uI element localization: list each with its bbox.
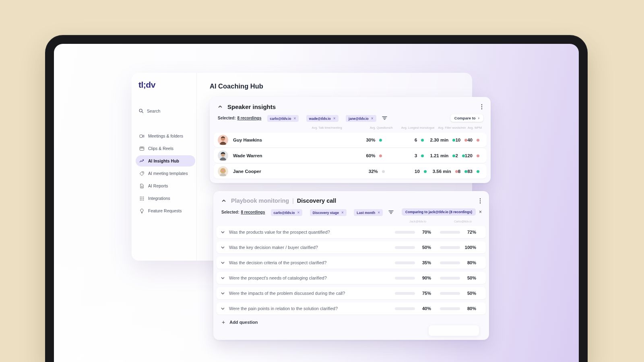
filter-lines-icon[interactable] xyxy=(382,116,387,120)
comparison-left: 90% xyxy=(395,276,434,280)
comparison-column-header: Carlo@tldv.io xyxy=(443,220,483,223)
status-dot xyxy=(424,170,427,173)
add-question-label: Add question xyxy=(229,320,258,325)
chip-close-icon[interactable]: × xyxy=(297,211,300,214)
progress-bar xyxy=(440,261,460,264)
add-question-button[interactable]: + Add question xyxy=(222,320,489,325)
question-row[interactable]: Was the products value for the prospect … xyxy=(217,226,486,238)
metric-monologue: 3.56 min xyxy=(427,169,458,174)
sidebar-item-ai-reports[interactable]: AI Reports xyxy=(136,180,195,191)
column-header: Avg. Filler words/min xyxy=(436,126,468,130)
question-text: Were the prospect's needs of cataloging … xyxy=(229,276,389,280)
status-dot xyxy=(455,170,458,173)
sidebar-item-label: Feature Requests xyxy=(148,208,182,213)
sidebar-item-label: Integrations xyxy=(148,196,170,201)
filter-chip-label: jane@tldv.io xyxy=(349,117,369,121)
table-row-jane-cooper[interactable]: Jane Cooper 32% 10 3.56 min 8 83 xyxy=(214,164,487,179)
search-button[interactable]: Search xyxy=(138,108,196,113)
filter-chip[interactable]: carlo@tldv.io × xyxy=(271,209,303,216)
sidebar-item-ai-meeting-templates[interactable]: AI meeting templates xyxy=(136,168,195,179)
sidebar-item-feature-requests[interactable]: Feature Requests xyxy=(136,205,195,216)
table-row-guy-hawkins[interactable]: Guy Hawkins 30% 6 2.30 min 10 40 xyxy=(214,133,487,147)
progress-bar xyxy=(440,277,460,280)
status-dot xyxy=(477,154,479,157)
selected-count-link[interactable]: 8 recordings xyxy=(241,210,265,214)
kebab-menu-icon[interactable] xyxy=(479,197,482,205)
sidebar-item-clips-reels[interactable]: Clips & Reels xyxy=(136,143,195,154)
question-text: Was the key decision maker / buyer clari… xyxy=(229,245,389,250)
progress-value: 35% xyxy=(415,260,431,265)
sidebar-item-meetings-folders[interactable]: Meetings & folders xyxy=(136,130,195,142)
sidebar-item-ai-insights-hub[interactable]: AI Insights Hub xyxy=(136,155,195,167)
progress-value: 50% xyxy=(460,276,476,280)
collapse-chevron-up-icon[interactable] xyxy=(221,198,226,203)
selected-count-link[interactable]: 8 recordings xyxy=(237,116,261,120)
chevron-down-icon[interactable] xyxy=(221,230,225,234)
question-row[interactable]: Were the impacts of the problem discusse… xyxy=(217,287,486,299)
question-text: Were the impacts of the problem discusse… xyxy=(229,291,389,296)
page-title: AI Coaching Hub xyxy=(210,82,263,90)
status-dot xyxy=(452,139,455,142)
speaker-table-rows: Guy Hawkins 30% 6 2.30 min 10 40 Wade Wa… xyxy=(214,133,487,179)
integrations-grid-icon xyxy=(139,196,144,201)
comparison-columns: Jack@tldv.io Carlo@tldv.io xyxy=(213,220,489,223)
chevron-down-icon[interactable] xyxy=(221,306,225,311)
metric-monologue: 1.21 min xyxy=(424,153,455,158)
question-row[interactable]: Was the decision criteria of the prospec… xyxy=(217,257,486,269)
compare-to-label: Compare to xyxy=(454,116,476,120)
progress-bar xyxy=(395,277,415,280)
question-rows: Was the products value for the prospect … xyxy=(217,226,486,315)
filter-chip-label: Discovery stage xyxy=(313,211,339,215)
comparing-to-chip[interactable]: Comparing to jack@tldv.io (8 recordings) xyxy=(402,208,476,216)
table-row-wade-warren[interactable]: Wade Warren 60% 3 1.21 min 2 120 xyxy=(214,148,487,163)
question-row[interactable]: Were the prospect's needs of cataloging … xyxy=(217,272,486,284)
filter-chip[interactable]: jane@tldv.io × xyxy=(346,115,376,122)
progress-value: 100% xyxy=(460,245,476,250)
chip-close-icon[interactable]: × xyxy=(341,211,344,214)
question-row[interactable]: Were the pain points in relation to the … xyxy=(217,302,486,315)
chip-close-icon[interactable]: × xyxy=(294,117,296,120)
filter-chip[interactable]: carlo@tldv.io × xyxy=(267,115,299,122)
metric-talk-time: 30% xyxy=(331,138,382,142)
status-dot xyxy=(379,139,382,142)
question-row[interactable]: Was the key decision maker / buyer clari… xyxy=(217,241,486,253)
progress-bar xyxy=(395,261,415,264)
comparing-close-icon[interactable]: × xyxy=(479,209,482,215)
comparison-column-header: Jack@tldv.io xyxy=(398,220,438,223)
plus-icon: + xyxy=(222,320,225,325)
metric-wpm: 120 xyxy=(465,153,479,158)
status-dot xyxy=(477,170,479,173)
column-header: Avg. Longest monologue xyxy=(394,126,436,130)
chip-close-icon[interactable]: × xyxy=(378,211,380,214)
metric-filler-words: 10 xyxy=(455,138,467,142)
speaker-insights-title: Speaker insights xyxy=(227,103,276,110)
filter-lines-icon[interactable] xyxy=(388,210,394,214)
chip-close-icon[interactable]: × xyxy=(371,117,374,120)
progress-value: 80% xyxy=(460,260,476,265)
comparison-left: 50% xyxy=(395,245,434,250)
chevron-down-icon[interactable] xyxy=(221,245,225,250)
column-header: Avg. Talk time/meeting xyxy=(310,126,344,130)
kebab-menu-icon[interactable] xyxy=(480,103,484,111)
chevron-down-icon[interactable] xyxy=(221,291,225,296)
filter-chip[interactable]: Last month × xyxy=(354,209,383,216)
metric-filler-words: 8 xyxy=(458,169,467,174)
status-dot xyxy=(379,154,382,157)
compare-to-button[interactable]: Compare to › xyxy=(450,114,483,122)
speaker-name: Jane Cooper xyxy=(233,169,334,174)
status-dot xyxy=(421,139,424,142)
tldv-logo: tl;dv xyxy=(138,80,196,90)
chip-close-icon[interactable]: × xyxy=(333,117,336,120)
collapse-chevron-up-icon[interactable] xyxy=(218,104,223,109)
progress-value: 75% xyxy=(415,291,431,296)
comparison-left: 75% xyxy=(395,291,434,296)
chevron-down-icon[interactable] xyxy=(221,261,225,265)
playbook-monitoring-panel: Playbook monitoring | Discovery call Sel… xyxy=(213,191,489,340)
chevron-down-icon[interactable] xyxy=(221,276,225,280)
status-dot xyxy=(462,154,465,157)
sidebar-item-integrations[interactable]: Integrations xyxy=(136,193,195,204)
filter-chip[interactable]: wade@tldv.io × xyxy=(306,115,339,122)
speaker-filter-row: Selected: 8 recordings carlo@tldv.io × w… xyxy=(210,111,491,122)
filter-chip[interactable]: Discovery stage × xyxy=(310,209,347,216)
desktop-background: tl;dv Search Meetings & folders xyxy=(0,0,644,362)
